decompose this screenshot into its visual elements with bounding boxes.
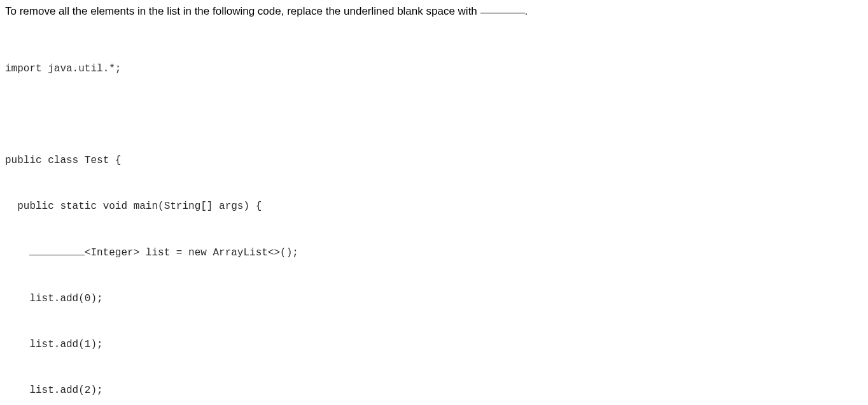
prompt-text-suffix: .: [525, 5, 528, 17]
blank-placeholder: [480, 13, 525, 13]
code-line: list.add(1);: [5, 337, 863, 352]
code-line: list.add(2);: [5, 383, 863, 398]
prompt-text-prefix: To remove all the elements in the list i…: [5, 5, 480, 17]
code-line: public class Test {: [5, 153, 863, 168]
code-line: import java.util.*;: [5, 61, 863, 76]
code-line: public static void main(String[] args) {: [5, 199, 863, 214]
code-block: import java.util.*; public class Test { …: [5, 31, 863, 405]
question-container: To remove all the elements in the list i…: [0, 0, 868, 405]
code-blank-line: [5, 107, 863, 122]
code-line-with-blank: <Integer> list = new ArrayList<>();: [5, 245, 863, 260]
code-line: list.add(0);: [5, 291, 863, 306]
question-prompt: To remove all the elements in the list i…: [5, 4, 863, 19]
code-after-blank: <Integer> list = new ArrayList<>();: [85, 247, 298, 259]
underlined-blank: [29, 245, 84, 255]
